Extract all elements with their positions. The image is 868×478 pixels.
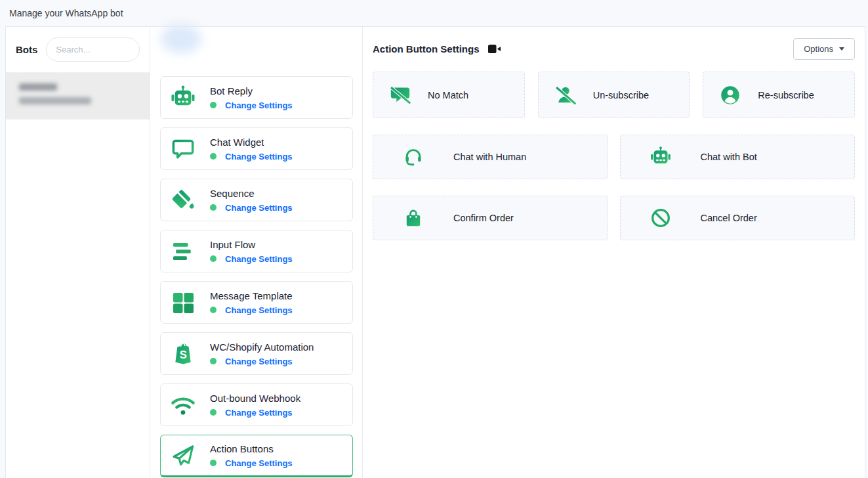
status-dot (210, 307, 217, 313)
features-column: Bot Reply Change Settings Chat Widget Ch… (150, 27, 363, 478)
feature-title: Input Flow (210, 239, 293, 250)
status-dot (210, 460, 217, 466)
action-card-label: Chat with Human (453, 152, 526, 162)
action-card-chat-with-bot[interactable]: Chat with Bot (620, 135, 856, 179)
feature-info: Out-bound Webhook Change Settings (210, 393, 300, 418)
redacted-avatar-blob (161, 24, 201, 53)
bots-sidebar: Bots (6, 27, 150, 478)
page-title: Manage your WhatsApp bot (9, 8, 123, 18)
sidebar-header: Bots (6, 27, 150, 73)
feature-info: Action Buttons Change Settings (210, 443, 293, 468)
headset-icon (402, 146, 424, 168)
feature-card-chat-widget[interactable]: Chat Widget Change Settings (160, 127, 353, 170)
wifi-icon (170, 392, 196, 418)
video-camera-icon[interactable] (488, 44, 501, 54)
paper-plane-icon (170, 443, 196, 469)
action-buttons-row-1: No Match Un-subscribe (373, 72, 855, 118)
fill-drip-icon (170, 187, 196, 213)
feature-info: WC/Shopify Automation Change Settings (210, 341, 314, 366)
action-card-chat-with-human[interactable]: Chat with Human (373, 135, 608, 179)
action-card-label: Confirm Order (453, 213, 514, 223)
options-button-label: Options (804, 44, 833, 54)
action-button-settings-panel: Action Button Settings Options (363, 27, 865, 478)
change-settings-link[interactable]: Change Settings (225, 100, 293, 110)
redacted-bot-name (19, 83, 57, 91)
action-card-cancel-order[interactable]: Cancel Order (620, 196, 856, 240)
status-dot (210, 255, 217, 262)
action-card-label: No Match (428, 90, 468, 100)
change-settings-link[interactable]: Change Settings (225, 408, 293, 418)
action-card-re-subscribe[interactable]: Re-subscribe (703, 72, 855, 118)
chat-bubble-icon (170, 136, 196, 162)
change-settings-link[interactable]: Change Settings (225, 305, 293, 315)
change-settings-link[interactable]: Change Settings (225, 152, 293, 162)
caret-down-icon (839, 47, 844, 51)
grid-icon (170, 290, 196, 316)
action-buttons-row-2: Chat with Human Chat with Bot (373, 135, 855, 179)
change-settings-link[interactable]: Change Settings (225, 357, 293, 366)
feature-card-shopify-automation[interactable]: S WC/Shopify Automation Change Settings (160, 332, 353, 375)
bot-list-item-selected[interactable] (6, 73, 150, 120)
feature-card-message-template[interactable]: Message Template Change Settings (160, 281, 353, 324)
status-dot (210, 153, 217, 160)
status-dot (210, 204, 217, 211)
panel-header: Action Button Settings Options (373, 27, 855, 70)
action-buttons-row-3: Confirm Order Cancel Order (373, 196, 855, 240)
feature-title: Message Template (210, 290, 293, 301)
robot-icon (170, 85, 196, 111)
feature-title: Chat Widget (210, 137, 293, 148)
bot-search-input[interactable] (46, 37, 140, 62)
panel-title: Action Button Settings (373, 43, 479, 54)
options-dropdown-button[interactable]: Options (793, 38, 855, 60)
feature-title: Bot Reply (210, 85, 293, 97)
feature-info: Bot Reply Change Settings (210, 85, 293, 110)
svg-text:S: S (180, 349, 187, 361)
top-bar: Manage your WhatsApp bot (0, 0, 868, 26)
action-card-un-subscribe[interactable]: Un-subscribe (538, 72, 690, 118)
feature-title: Out-bound Webhook (210, 393, 300, 404)
ban-icon (650, 207, 672, 229)
status-dot (210, 409, 217, 416)
action-card-no-match[interactable]: No Match (373, 72, 525, 118)
change-settings-link[interactable]: Change Settings (225, 254, 293, 264)
feature-card-bot-reply[interactable]: Bot Reply Change Settings (160, 76, 353, 119)
action-card-label: Re-subscribe (758, 90, 814, 100)
bots-heading: Bots (16, 44, 37, 55)
change-settings-link[interactable]: Change Settings (225, 203, 293, 213)
main-panel: Bots Bot R (5, 26, 865, 478)
lines-icon (170, 238, 196, 265)
feature-card-input-flow[interactable]: Input Flow Change Settings (160, 230, 353, 272)
user-circle-icon (719, 84, 741, 106)
status-dot (210, 358, 217, 364)
shopping-bag-icon (402, 207, 424, 229)
feature-title: Sequence (210, 188, 293, 199)
feature-title: WC/Shopify Automation (210, 341, 314, 353)
feature-title: Action Buttons (210, 443, 293, 454)
action-card-label: Cancel Order (701, 213, 757, 223)
redacted-bot-phone (19, 97, 91, 104)
feature-card-action-buttons[interactable]: Action Buttons Change Settings (160, 435, 353, 477)
action-card-label: Chat with Bot (701, 152, 757, 162)
feature-info: Sequence Change Settings (210, 188, 293, 213)
user-slash-icon (554, 84, 577, 106)
feature-info: Message Template Change Settings (210, 290, 293, 315)
feature-info: Input Flow Change Settings (210, 239, 293, 264)
feature-card-sequence[interactable]: Sequence Change Settings (160, 179, 353, 221)
robot-icon (650, 146, 672, 168)
action-card-label: Un-subscribe (593, 90, 649, 100)
comment-slash-icon (389, 84, 411, 106)
action-card-confirm-order[interactable]: Confirm Order (373, 196, 608, 240)
feature-card-outbound-webhook[interactable]: Out-bound Webhook Change Settings (160, 383, 353, 426)
shopify-bag-icon: S (170, 341, 196, 367)
feature-info: Chat Widget Change Settings (210, 137, 293, 162)
status-dot (210, 102, 217, 108)
change-settings-link[interactable]: Change Settings (225, 458, 293, 468)
